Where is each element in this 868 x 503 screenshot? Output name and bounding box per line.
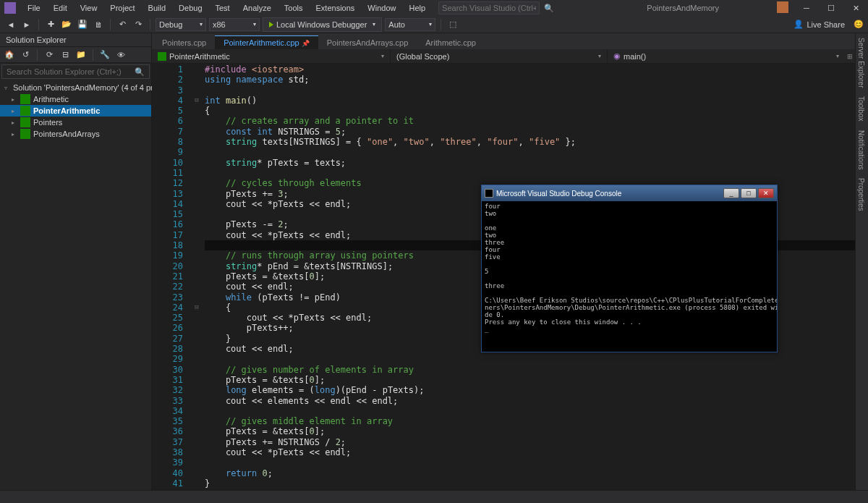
menu-edit[interactable]: Edit [48,2,73,14]
auto-combo[interactable]: Auto▾ [385,18,435,31]
console-close-button[interactable]: ✕ [758,188,774,198]
quick-launch-input[interactable] [438,1,540,14]
rail-properties[interactable]: Properties [856,174,867,216]
right-tool-rail: Server Explorer Toolbox Notifications Pr… [855,33,868,490]
rail-notifications[interactable]: Notifications [856,126,867,174]
nav-scope-combo[interactable]: (Global Scope)▾ [391,49,608,63]
solution-tree: ▿Solution 'PointersAndMemory' (4 of 4 pr… [0,80,151,141]
rail-toolbox[interactable]: Toolbox [856,92,867,125]
tree-solution-root[interactable]: ▿Solution 'PointersAndMemory' (4 of 4 pr… [0,82,151,93]
nav-project-combo[interactable]: PointerArithmetic▾ [152,49,391,63]
split-editor-button[interactable]: ⊞ [845,53,855,60]
menu-debug[interactable]: Debug [173,2,208,14]
save-all-button[interactable]: 🗎 [92,18,105,31]
play-icon [269,22,273,28]
se-preview-button[interactable]: 👁 [114,48,127,62]
solution-explorer-toolbar: 🏠 ↺ ⟳ ⊟ 📁 🔧 👁 [0,47,151,63]
maximize-button[interactable]: ☐ [819,0,843,16]
console-title: Microsoft Visual Studio Debug Console [496,190,621,198]
open-file-button[interactable]: 📂 [60,18,73,31]
tab-pointers[interactable]: Pointers.cpp [153,36,215,49]
menu-tools[interactable]: Tools [278,2,309,14]
document-tab-bar: Pointers.cpp PointerArithmetic.cpp 📌 Poi… [152,33,855,49]
se-sync-button[interactable]: ↺ [19,48,32,62]
new-project-button[interactable]: ✚ [44,18,57,31]
tab-arithmetic[interactable]: Arithmetic.cpp [417,36,485,49]
toolbar-btn-1[interactable]: ⬚ [446,18,459,31]
tab-pin-icon[interactable]: 📌 [302,40,310,47]
menu-window[interactable]: Window [362,2,401,14]
save-button[interactable]: 💾 [76,18,89,31]
menu-bar: File Edit View Project Build Debug Test … [0,0,868,16]
user-avatar-icon[interactable] [777,1,788,13]
close-button[interactable]: ✕ [843,0,868,16]
console-output[interactable]: fourtwoonetwothreefourfive5threeC:\Users… [482,201,777,352]
se-home-button[interactable]: 🏠 [3,48,16,62]
tree-project-arithmetic[interactable]: ▸Arithmetic [0,93,151,105]
se-properties-button[interactable]: 🔧 [98,48,111,62]
menu-build[interactable]: Build [142,2,171,14]
main-toolbar: ◄ ► ✚ 📂 💾 🗎 ↶ ↷ Debug▾ x86▾ Local Window… [0,16,868,33]
project-icon [20,117,30,127]
se-showall-button[interactable]: 📁 [75,48,88,62]
console-maximize-button[interactable]: □ [741,188,757,198]
menu-project[interactable]: Project [104,2,140,14]
start-debug-button[interactable]: Local Windows Debugger ▾ [263,17,382,32]
project-icon [20,129,30,139]
tab-pointerarithmetic[interactable]: PointerArithmetic.cpp 📌 [215,35,318,49]
nav-back-button[interactable]: ◄ [4,18,17,31]
live-share-button[interactable]: 👤 Live Share 😊 [793,20,864,29]
vs-logo-icon [4,2,16,14]
menu-file-label: File [27,4,41,12]
redo-button[interactable]: ↷ [132,18,145,31]
rail-server-explorer[interactable]: Server Explorer [856,33,867,92]
menu-test[interactable]: Test [210,2,236,14]
menu-analyze[interactable]: Analyze [237,2,277,14]
live-share-icon: 👤 [793,20,804,29]
tree-project-pointerarithmetic[interactable]: ▸PointerArithmetic [0,105,151,117]
tree-project-pointersandarrays[interactable]: ▸PointersAndArrays [0,128,151,140]
menu-extensions[interactable]: Extensions [310,2,361,14]
solution-explorer-search[interactable]: Search Solution Explorer (Ctrl+;)🔍 [1,64,150,79]
svg-rect-0 [777,1,788,13]
se-refresh-button[interactable]: ⟳ [43,48,56,62]
search-icon: 🔍 [544,4,554,13]
menu-help[interactable]: Help [403,2,431,14]
console-minimize-button[interactable]: _ [723,188,739,198]
solution-config-combo[interactable]: Debug▾ [156,18,206,31]
navigation-bar: PointerArithmetic▾ (Global Scope)▾ ◉main… [152,49,855,64]
solution-explorer-panel: Solution Explorer 🏠 ↺ ⟳ ⊟ 📁 🔧 👁 Search S… [0,33,152,490]
menu-view[interactable]: View [75,2,103,14]
project-icon [20,106,30,116]
line-number-gutter: 1234567891011121314151617181920212223242… [152,64,192,490]
tab-pointersandarrays[interactable]: PointersAndArrays.cpp [318,36,417,49]
undo-button[interactable]: ↶ [116,18,129,31]
status-bar [0,490,868,503]
feedback-icon[interactable]: 😊 [854,20,864,29]
debug-console-window[interactable]: Microsoft Visual Studio Debug Console _ … [481,185,778,352]
nav-fwd-button[interactable]: ► [20,18,33,31]
fold-gutter: ⊟⊟ [192,64,202,490]
se-collapse-button[interactable]: ⊟ [59,48,72,62]
tree-project-pointers[interactable]: ▸Pointers [0,117,151,128]
solution-platform-combo[interactable]: x86▾ [209,18,260,31]
console-titlebar[interactable]: Microsoft Visual Studio Debug Console _ … [482,185,777,201]
window-title: PointersAndMemory [647,4,719,12]
console-icon [485,189,493,198]
project-icon [158,52,166,61]
solution-explorer-title: Solution Explorer [0,33,151,47]
menu-file[interactable]: File [22,2,46,14]
minimize-button[interactable]: ─ [794,0,819,16]
project-icon [20,94,30,104]
nav-member-combo[interactable]: ◉main()▾ [608,49,845,63]
